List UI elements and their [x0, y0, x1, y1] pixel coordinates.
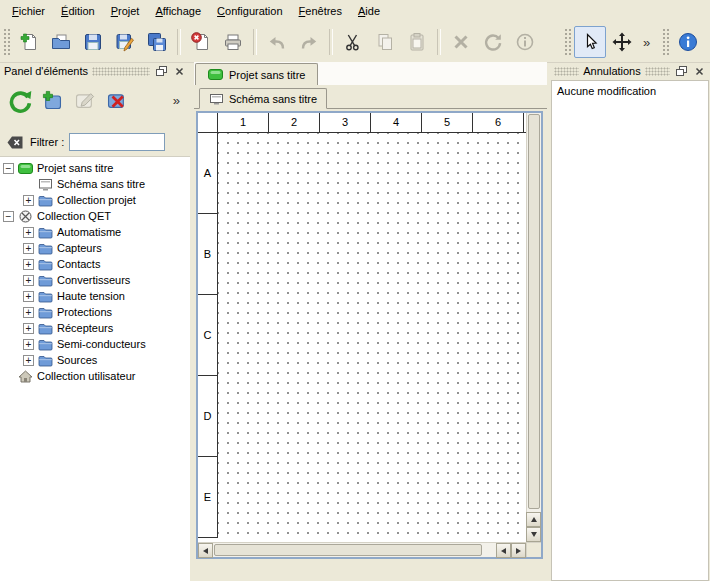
delete-button[interactable]	[445, 26, 477, 58]
redo-button[interactable]	[293, 26, 325, 58]
menu-edition[interactable]: Édition	[53, 2, 103, 20]
tree-item-semi-conducteurs[interactable]: + Semi-conducteurs	[0, 336, 190, 352]
titlebar-texture	[92, 67, 150, 76]
close-icon	[175, 67, 184, 76]
filter-row: Filtrer :	[0, 132, 190, 152]
copy-button[interactable]	[369, 26, 401, 58]
tree-item-convertisseurs[interactable]: + Convertisseurs	[0, 272, 190, 288]
clear-filter-button[interactable]	[5, 134, 25, 151]
tree-item-protections[interactable]: + Protections	[0, 304, 190, 320]
project-icon	[18, 162, 33, 175]
about-element-button[interactable]	[509, 26, 541, 58]
expand-icon[interactable]: +	[23, 307, 34, 318]
tree-item-collection-projet[interactable]: + Collection projet	[0, 192, 190, 208]
scroll-down-button[interactable]	[526, 527, 541, 542]
tab-schema-sans-titre[interactable]: Schéma sans titre	[199, 88, 327, 109]
scroll-left-button[interactable]	[198, 543, 213, 558]
undo-history-list[interactable]: Aucune modification	[551, 80, 709, 581]
edit-element-button[interactable]	[71, 87, 98, 114]
save-all-button[interactable]	[141, 26, 173, 58]
menubar: Fichier Édition Projet Affichage Configu…	[0, 0, 710, 22]
toolbar-drag-handle[interactable]	[662, 28, 669, 56]
tree-item-recepteurs[interactable]: + Récepteurs	[0, 320, 190, 336]
rotate-button[interactable]	[477, 26, 509, 58]
undo-panel-title: Annulations	[583, 65, 641, 77]
collapse-icon[interactable]: −	[3, 163, 14, 174]
tree-item-sources[interactable]: + Sources	[0, 352, 190, 368]
undo-button[interactable]	[261, 26, 293, 58]
mdi-area: Projet sans titre Schéma sans titre 1	[194, 62, 547, 581]
expand-icon[interactable]: +	[23, 323, 34, 334]
elements-panel-titlebar[interactable]: Panel d'éléments	[0, 62, 190, 80]
vertical-scroll-thumb[interactable]	[528, 114, 540, 509]
scroll-right-button[interactable]	[511, 543, 526, 558]
redo-icon	[298, 31, 320, 53]
menu-projet[interactable]: Projet	[103, 2, 148, 20]
info-gray-icon	[514, 31, 536, 53]
toolbar-drag-handle[interactable]	[564, 28, 571, 56]
filter-input[interactable]	[69, 133, 165, 151]
new-element-button[interactable]	[39, 87, 66, 114]
delete-icon	[450, 31, 472, 53]
collapse-icon[interactable]: −	[3, 211, 14, 222]
menu-affichage[interactable]: Affichage	[147, 2, 209, 20]
home-icon	[18, 370, 33, 383]
undo-panel-titlebar[interactable]: Annulations	[550, 62, 710, 80]
horizontal-scrollbar[interactable]	[198, 542, 526, 557]
open-project-button[interactable]	[45, 26, 77, 58]
paste-button[interactable]	[401, 26, 433, 58]
save-button[interactable]	[77, 26, 109, 58]
horizontal-scroll-track[interactable]	[213, 543, 496, 557]
select-tool-button[interactable]	[574, 26, 606, 58]
save-icon	[82, 31, 104, 53]
expand-icon[interactable]: +	[23, 339, 34, 350]
toolbar-separator	[437, 29, 441, 55]
close-panel-button[interactable]	[692, 65, 706, 78]
menu-aide[interactable]: Aide	[350, 2, 388, 20]
expand-icon[interactable]: +	[23, 195, 34, 206]
cut-icon	[342, 31, 364, 53]
titlebar-texture	[645, 67, 670, 76]
vertical-scrollbar[interactable]	[526, 113, 541, 542]
expand-icon[interactable]: +	[23, 275, 34, 286]
expand-icon[interactable]: +	[23, 259, 34, 270]
tab-projet-sans-titre[interactable]: Projet sans titre	[195, 63, 318, 85]
delete-element-button[interactable]	[103, 87, 130, 114]
expand-icon[interactable]: +	[23, 227, 34, 238]
tree-item-collection-qet[interactable]: − Collection QET	[0, 208, 190, 224]
info-blue-icon	[677, 31, 699, 53]
expand-icon[interactable]: +	[23, 291, 34, 302]
toolbar-overflow-button[interactable]: »	[638, 35, 655, 50]
scroll-left-button[interactable]	[496, 543, 511, 558]
schema-canvas[interactable]	[218, 133, 526, 542]
tree-item-automatisme[interactable]: + Automatisme	[0, 224, 190, 240]
move-tool-button[interactable]	[606, 26, 638, 58]
float-panel-button[interactable]	[154, 65, 168, 78]
cut-button[interactable]	[337, 26, 369, 58]
horizontal-scroll-thumb[interactable]	[214, 544, 482, 556]
tree-item-projet-sans-titre[interactable]: − Projet sans titre	[0, 160, 190, 176]
menu-fenetres[interactable]: Fenêtres	[291, 2, 350, 20]
menu-configuration[interactable]: Configuration	[209, 2, 290, 20]
float-panel-button[interactable]	[674, 65, 688, 78]
project-tab-label: Projet sans titre	[229, 69, 305, 81]
close-panel-button[interactable]	[172, 65, 186, 78]
tree-item-collection-utilisateur[interactable]: Collection utilisateur	[0, 368, 190, 384]
tree-item-haute-tension[interactable]: + Haute tension	[0, 288, 190, 304]
print-button[interactable]	[217, 26, 249, 58]
expand-icon[interactable]: +	[23, 355, 34, 366]
tree-item-label: Projet sans titre	[37, 162, 113, 174]
expand-icon[interactable]: +	[23, 243, 34, 254]
elements-toolbar-overflow-button[interactable]: »	[168, 93, 185, 108]
new-project-button[interactable]	[13, 26, 45, 58]
scroll-up-button[interactable]	[526, 512, 541, 527]
info-button[interactable]	[672, 26, 704, 58]
reload-collections-button[interactable]	[5, 86, 34, 115]
tree-item-contacts[interactable]: + Contacts	[0, 256, 190, 272]
tree-item-capteurs[interactable]: + Capteurs	[0, 240, 190, 256]
save-as-button[interactable]	[109, 26, 141, 58]
toolbar-drag-handle[interactable]	[3, 28, 10, 56]
menu-fichier[interactable]: Fichier	[4, 2, 53, 20]
tree-item-schema-sans-titre[interactable]: Schéma sans titre	[0, 176, 190, 192]
close-project-button[interactable]	[185, 26, 217, 58]
